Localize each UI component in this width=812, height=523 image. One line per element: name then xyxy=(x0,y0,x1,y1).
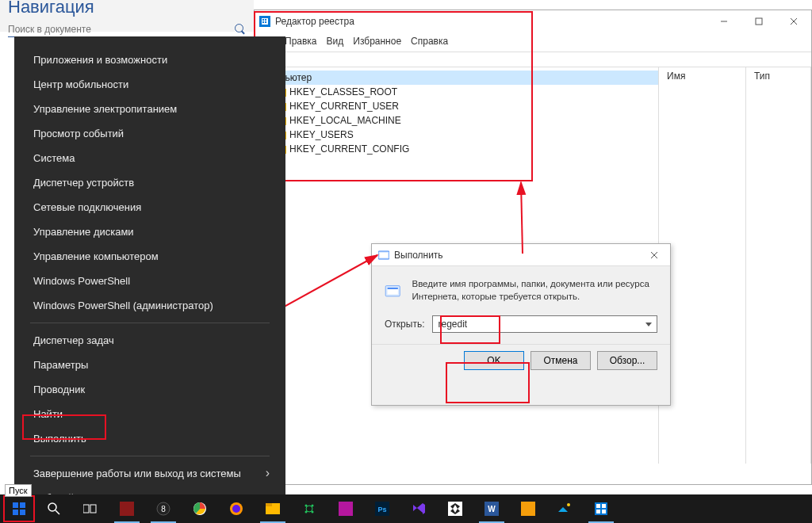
close-button[interactable] xyxy=(776,10,811,32)
taskbar-search-icon[interactable] xyxy=(36,494,71,523)
regedit-window-title: Редактор реестра xyxy=(275,16,354,27)
menu-help[interactable]: Справка xyxy=(411,36,448,47)
menu-separator xyxy=(30,456,270,456)
svg-rect-54 xyxy=(602,510,606,513)
svg-rect-6 xyxy=(756,18,762,25)
taskbar-app-icon[interactable] xyxy=(292,494,327,523)
svg-rect-52 xyxy=(602,504,606,508)
taskbar-app-icon[interactable]: 8 xyxy=(146,494,181,523)
svg-point-39 xyxy=(305,511,308,513)
run-dialog: Выполнить Введите имя программы, папки, … xyxy=(371,243,671,406)
svg-point-22 xyxy=(48,503,56,511)
ok-button[interactable]: OK xyxy=(464,351,524,370)
svg-point-38 xyxy=(312,505,314,507)
menu-view[interactable]: Вид xyxy=(327,36,344,47)
svg-point-40 xyxy=(312,511,314,513)
svg-point-49 xyxy=(567,503,570,506)
svg-text:Ps: Ps xyxy=(377,506,386,513)
taskbar-firefox-icon[interactable] xyxy=(219,494,254,523)
svg-rect-19 xyxy=(20,502,25,508)
address-bar[interactable]: ютер xyxy=(255,52,811,67)
open-label: Открыть: xyxy=(385,319,424,330)
menu-run[interactable]: Выполнить xyxy=(14,426,285,451)
tree-hive[interactable]: ›HKEY_CURRENT_USER xyxy=(255,99,658,113)
run-app-icon xyxy=(378,250,389,261)
svg-text:8: 8 xyxy=(161,505,166,513)
taskbar-visualstudio-icon[interactable] xyxy=(401,494,436,523)
svg-rect-15 xyxy=(388,288,398,289)
start-tooltip: Пуск xyxy=(5,484,32,497)
menu-system[interactable]: Система xyxy=(14,146,285,170)
svg-rect-3 xyxy=(262,21,264,23)
menu-settings[interactable]: Параметры xyxy=(14,353,285,377)
start-context-menu: Приложения и возможности Центр мобильнос… xyxy=(14,36,285,496)
menu-task-manager[interactable]: Диспетчер задач xyxy=(14,328,285,353)
search-icon[interactable] xyxy=(235,24,246,35)
menu-explorer[interactable]: Проводник xyxy=(14,377,285,402)
menu-edit[interactable]: Правка xyxy=(285,36,317,47)
taskbar-chrome-icon[interactable] xyxy=(182,494,217,523)
browse-button[interactable]: Обзор... xyxy=(597,351,657,370)
taskbar-app-icon[interactable] xyxy=(328,494,363,523)
tree-hive[interactable]: ›HKEY_LOCAL_MACHINE xyxy=(255,113,658,128)
taskbar-app-icon[interactable] xyxy=(511,494,546,523)
svg-rect-2 xyxy=(265,19,266,21)
menu-search[interactable]: Найти xyxy=(14,402,285,426)
svg-rect-34 xyxy=(266,503,272,506)
svg-point-37 xyxy=(305,505,308,507)
menu-powershell-admin[interactable]: Windows PowerShell (администратор) xyxy=(14,293,285,318)
cancel-button[interactable]: Отмена xyxy=(530,351,591,370)
svg-rect-51 xyxy=(596,504,600,508)
svg-rect-4 xyxy=(265,21,266,23)
taskbar-photoshop-icon[interactable]: Ps xyxy=(365,494,400,523)
svg-rect-21 xyxy=(20,510,25,515)
run-large-icon xyxy=(385,277,400,304)
svg-rect-53 xyxy=(596,510,600,513)
taskbar-explorer-icon[interactable] xyxy=(255,494,290,523)
word-navigation-panel: Навигация xyxy=(0,0,254,32)
menu-network-connections[interactable]: Сетевые подключения xyxy=(14,195,285,220)
menu-mobility-center[interactable]: Центр мобильности xyxy=(14,72,285,97)
menu-shutdown[interactable]: Завершение работы или выход из системы xyxy=(14,461,285,486)
taskbar: 8 Ps W xyxy=(0,494,812,523)
menu-power-options[interactable]: Управление электропитанием xyxy=(14,97,285,121)
open-combobox[interactable]: regedit xyxy=(432,315,657,333)
menu-apps-features[interactable]: Приложения и возможности xyxy=(14,48,285,72)
start-button[interactable] xyxy=(3,495,35,522)
menu-separator xyxy=(30,323,270,323)
menu-powershell[interactable]: Windows PowerShell xyxy=(14,269,285,293)
menu-computer-management[interactable]: Управление компьютером xyxy=(14,244,285,269)
run-dialog-title: Выполнить xyxy=(394,250,443,261)
svg-rect-25 xyxy=(90,505,96,513)
menu-disk-management[interactable]: Управление дисками xyxy=(14,220,285,244)
nav-search-input[interactable] xyxy=(8,22,235,36)
col-name[interactable]: Имя xyxy=(659,67,746,464)
taskbar-taskview-icon[interactable] xyxy=(73,494,108,523)
svg-rect-41 xyxy=(339,502,353,516)
menu-device-manager[interactable]: Диспетчер устройств xyxy=(14,170,285,195)
tree-hive[interactable]: ›HKEY_CURRENT_CONFIG xyxy=(255,142,658,156)
menu-event-viewer[interactable]: Просмотр событий xyxy=(14,121,285,146)
svg-rect-10 xyxy=(380,253,388,258)
open-value: regedit xyxy=(438,319,467,330)
taskbar-app-icon[interactable] xyxy=(547,494,582,523)
svg-text:W: W xyxy=(488,505,496,513)
maximize-button[interactable] xyxy=(741,10,776,32)
minimize-button[interactable] xyxy=(707,10,741,32)
taskbar-regedit-icon[interactable] xyxy=(584,494,619,523)
chevron-down-icon[interactable] xyxy=(644,319,653,329)
tree-hive[interactable]: ›HKEY_CLASSES_ROOT xyxy=(255,85,658,99)
tree-hive[interactable]: ›HKEY_USERS xyxy=(255,128,658,142)
svg-rect-1 xyxy=(262,19,264,21)
svg-rect-26 xyxy=(120,502,134,516)
tree-root[interactable]: ▾Компьютер xyxy=(255,71,658,85)
menu-favorites[interactable]: Избранное xyxy=(353,36,401,47)
col-type[interactable]: Тип xyxy=(746,67,811,464)
regedit-app-icon xyxy=(259,16,270,27)
svg-rect-35 xyxy=(302,502,316,516)
taskbar-app-icon[interactable] xyxy=(109,494,144,523)
taskbar-word-icon[interactable]: W xyxy=(474,494,509,523)
taskbar-unity-icon[interactable] xyxy=(438,494,473,523)
run-prompt-text: Введите имя программы, папки, документа … xyxy=(412,277,657,304)
close-button[interactable] xyxy=(638,244,670,266)
